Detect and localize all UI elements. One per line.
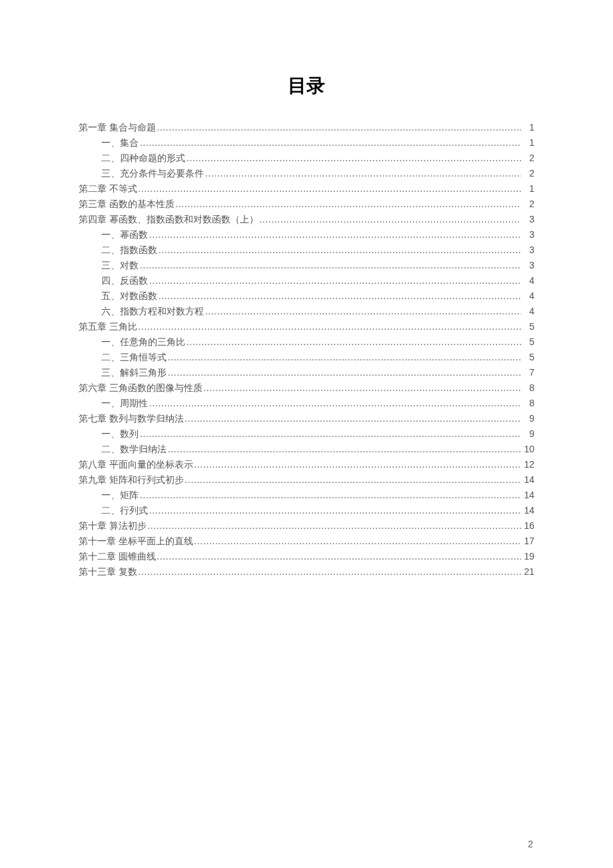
toc-entry-page: 16 [522,518,534,534]
toc-entry-label: 第四章 幂函数、指数函数和对数函数（上） [79,212,259,227]
toc-leader-dots [149,273,521,288]
toc-entry-page: 5 [522,350,534,365]
toc-entry-page: 14 [522,503,534,518]
toc-entry-label: 第二章 不等式 [79,181,137,197]
toc-entry: 二、四种命题的形式2 [79,151,534,166]
toc-leader-dots [185,472,522,488]
toc-entry-page: 14 [522,488,534,503]
toc-entry-page: 9 [522,411,534,426]
toc-leader-dots [159,288,521,304]
toc-entry-label: 第十二章 圆锥曲线 [79,549,156,564]
toc-entry: 一、周期性8 [79,396,534,411]
toc-entry-label: 二、指数函数 [101,242,157,258]
toc-entry: 第六章 三角函数的图像与性质8 [79,380,534,396]
toc-title: 目录 [79,73,534,99]
toc-entry-label: 第十一章 坐标平面上的直线 [79,534,193,549]
toc-leader-dots [149,396,521,411]
toc-entry-page: 2 [522,197,534,212]
toc-leader-dots [157,120,522,135]
toc-entry-label: 四、反函数 [101,273,148,288]
toc-entry-label: 三、充分条件与必要条件 [101,166,204,181]
toc-leader-dots [139,181,522,197]
toc-entry-label: 二、四种命题的形式 [101,151,185,166]
toc-entry-label: 第五章 三角比 [79,319,137,334]
toc-leader-dots [157,549,522,564]
toc-entry: 五、对数函数4 [79,288,534,304]
toc-list: 第一章 集合与命题1一、集合1二、四种命题的形式2三、充分条件与必要条件2第二章… [79,120,534,580]
toc-entry: 二、行列式14 [79,503,534,518]
toc-entry-page: 8 [522,380,534,396]
toc-entry-page: 21 [522,564,534,580]
toc-entry: 第十章 算法初步16 [79,518,534,534]
toc-entry-page: 1 [522,120,534,135]
toc-entry: 第三章 函数的基本性质2 [79,197,534,212]
toc-leader-dots [187,334,521,350]
toc-entry: 三、对数3 [79,258,534,273]
toc-entry-label: 一、集合 [101,135,139,151]
toc-entry: 第九章 矩阵和行列式初步14 [79,472,534,488]
toc-entry: 第七章 数列与数学归纳法9 [79,411,534,426]
toc-leader-dots [149,227,521,242]
toc-leader-dots [149,503,521,518]
toc-entry: 一、数列9 [79,426,534,442]
toc-leader-dots [168,442,521,457]
toc-entry-page: 7 [522,365,534,380]
toc-entry-page: 12 [522,457,534,472]
toc-entry-page: 17 [522,534,534,549]
toc-entry-label: 二、三角恒等式 [101,350,167,365]
toc-entry-page: 3 [522,212,534,227]
toc-entry-label: 六、指数方程和对数方程 [101,304,204,319]
toc-entry-label: 二、数学归纳法 [101,442,167,457]
toc-leader-dots [168,365,521,380]
toc-entry: 三、充分条件与必要条件2 [79,166,534,181]
toc-entry: 第十一章 坐标平面上的直线17 [79,534,534,549]
toc-entry-label: 三、解斜三角形 [101,365,167,380]
toc-entry: 四、反函数4 [79,273,534,288]
toc-entry: 第二章 不等式1 [79,181,534,197]
toc-leader-dots [139,564,522,580]
toc-entry-label: 一、任意角的三角比 [101,334,185,350]
toc-entry-label: 第七章 数列与数学归纳法 [79,411,184,426]
toc-leader-dots [148,518,522,534]
toc-entry: 六、指数方程和对数方程4 [79,304,534,319]
toc-entry-page: 5 [522,319,534,334]
toc-entry-page: 1 [522,181,534,197]
toc-entry-page: 1 [522,135,534,151]
toc-entry: 二、三角恒等式5 [79,350,534,365]
toc-entry-label: 一、周期性 [101,396,148,411]
toc-leader-dots [260,212,522,227]
toc-entry-label: 第六章 三角函数的图像与性质 [79,380,203,396]
toc-entry-label: 第十章 算法初步 [79,518,147,534]
toc-leader-dots [159,242,521,258]
toc-entry-label: 第一章 集合与命题 [79,120,156,135]
toc-entry: 三、解斜三角形7 [79,365,534,380]
toc-leader-dots [187,151,521,166]
toc-leader-dots [185,411,522,426]
toc-leader-dots [140,488,521,503]
toc-entry-page: 10 [522,442,534,457]
toc-entry: 第十三章 复数21 [79,564,534,580]
toc-entry: 第十二章 圆锥曲线19 [79,549,534,564]
toc-entry-page: 3 [522,258,534,273]
toc-leader-dots [176,197,522,212]
toc-entry-label: 五、对数函数 [101,288,157,304]
toc-entry-page: 9 [522,426,534,442]
toc-entry-page: 14 [522,472,534,488]
toc-entry-label: 一、数列 [101,426,139,442]
toc-entry: 第五章 三角比5 [79,319,534,334]
toc-leader-dots [195,457,522,472]
toc-entry-label: 第九章 矩阵和行列式初步 [79,472,184,488]
toc-entry-label: 一、幂函数 [101,227,148,242]
toc-entry-page: 3 [522,227,534,242]
toc-entry: 一、矩阵14 [79,488,534,503]
toc-entry: 第八章 平面向量的坐标表示12 [79,457,534,472]
toc-entry: 二、数学归纳法10 [79,442,534,457]
toc-entry: 第一章 集合与命题1 [79,120,534,135]
toc-entry: 一、任意角的三角比5 [79,334,534,350]
toc-leader-dots [195,534,522,549]
toc-entry-page: 19 [522,549,534,564]
toc-entry-page: 2 [522,151,534,166]
toc-leader-dots [140,258,521,273]
toc-entry-page: 2 [522,166,534,181]
toc-entry-page: 4 [522,304,534,319]
